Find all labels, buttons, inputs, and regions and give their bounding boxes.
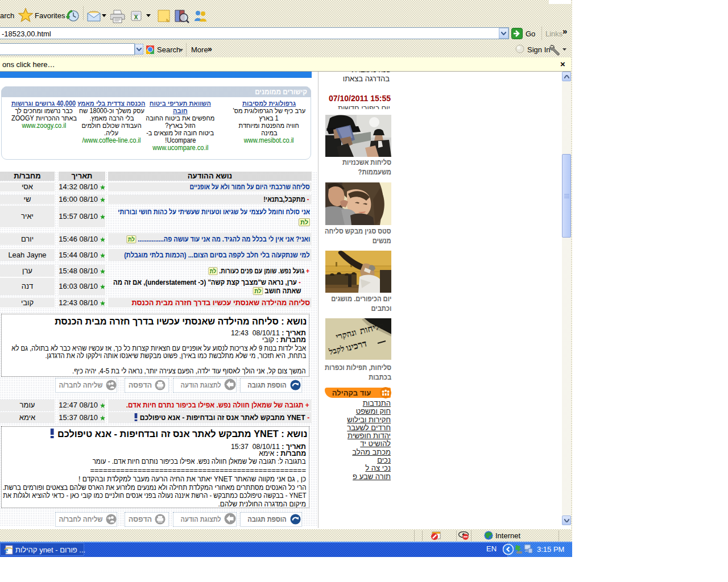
svg-text:X: X — [134, 14, 138, 20]
svg-text:e: e — [5, 546, 8, 555]
